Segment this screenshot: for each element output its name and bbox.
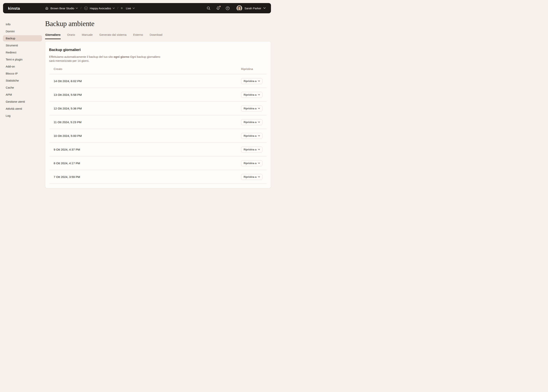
- sidebar-item[interactable]: Statistiche: [3, 77, 42, 84]
- restore-button[interactable]: Ripristina a: [241, 147, 262, 153]
- sidebar-item-label: Attività utenti: [6, 107, 22, 110]
- tab[interactable]: Generato dal sistema: [99, 33, 127, 39]
- backup-created-date: 13 Ott 2024, 5:58 PM: [54, 93, 82, 97]
- tab[interactable]: Esterno: [133, 33, 143, 39]
- chevron-down-icon: [133, 8, 135, 9]
- backup-created-date: 9 Ott 2024, 4:37 PM: [54, 148, 80, 151]
- sidebar-item-label: Temi e plugin: [6, 58, 22, 61]
- svg-text:?: ?: [227, 7, 228, 9]
- sidebar-item[interactable]: Temi e plugin: [3, 56, 42, 63]
- sidebar-item[interactable]: Domini: [3, 28, 42, 35]
- breadcrumb-company[interactable]: Brown Bear Studio: [50, 7, 78, 10]
- restore-button[interactable]: Ripristina a: [241, 174, 262, 180]
- notification-badge: [219, 6, 221, 7]
- description-bold: ogni giorno: [114, 55, 129, 58]
- tab[interactable]: Manuale: [82, 33, 93, 39]
- live-environment-dot: [121, 7, 123, 9]
- backup-created-date: 8 Ott 2024, 4:17 PM: [54, 161, 80, 165]
- sidebar-item[interactable]: Redirect: [3, 49, 42, 56]
- home-icon[interactable]: [45, 7, 49, 10]
- table-row: 8 Ott 2024, 4:17 PM Ripristina a: [50, 156, 267, 170]
- backup-created-date: 12 Ott 2024, 5:36 PM: [54, 107, 82, 110]
- bell-icon[interactable]: [216, 6, 220, 10]
- sidebar-item-label: Cache: [6, 86, 14, 89]
- restore-button[interactable]: Ripristina a: [241, 119, 262, 125]
- breadcrumb-site[interactable]: Happy Avocados: [90, 7, 115, 10]
- tab[interactable]: Download: [150, 33, 163, 39]
- breadcrumb: Brown Bear Studio / W Happy Avocados / L…: [45, 6, 135, 10]
- breadcrumb-separator: /: [80, 7, 81, 10]
- avatar[interactable]: [237, 5, 242, 11]
- environment-selector[interactable]: Live: [121, 7, 135, 10]
- svg-text:W: W: [85, 7, 87, 9]
- table-row: 13 Ott 2024, 5:58 PM Ripristina a: [50, 88, 267, 102]
- restore-button-label: Ripristina a: [244, 121, 257, 124]
- page-title: Backup ambiente: [45, 20, 271, 27]
- sidebar-item[interactable]: Info: [3, 21, 42, 27]
- environment-label: Live: [126, 7, 131, 10]
- sidebar-item[interactable]: Gestione utenti: [3, 98, 42, 105]
- restore-button[interactable]: Ripristina a: [241, 78, 262, 84]
- chevron-down-icon: [258, 135, 260, 136]
- search-icon[interactable]: [207, 6, 210, 10]
- restore-button[interactable]: Ripristina a: [241, 133, 262, 139]
- card-heading: Backup giornalieri: [49, 48, 267, 52]
- user-name[interactable]: Sarah Parker: [245, 7, 261, 10]
- breadcrumb-separator: /: [117, 7, 118, 10]
- breadcrumb-site-label: Happy Avocados: [90, 7, 111, 10]
- restore-button-label: Ripristina a: [244, 107, 257, 110]
- sidebar-item-label: Strumenti: [6, 44, 18, 47]
- table-body: 14 Ott 2024, 6:02 PM Ripristina a 13 Ott…: [50, 74, 267, 184]
- table-row: 11 Ott 2024, 5:23 PM Ripristina a: [50, 115, 267, 129]
- sidebar-item-label: Info: [6, 23, 10, 26]
- sidebar-item[interactable]: Attività utenti: [3, 105, 42, 112]
- card-description: Effettuiamo automaticamente il backup de…: [49, 55, 164, 63]
- sidebar-item[interactable]: APM: [3, 91, 42, 98]
- sidebar-item[interactable]: Add-on: [3, 63, 42, 70]
- restore-button-label: Ripristina a: [244, 148, 257, 151]
- sidebar-item[interactable]: Log: [3, 112, 42, 119]
- sidebar-item-label: Gestione utenti: [6, 100, 25, 103]
- chevron-down-icon: [258, 176, 260, 178]
- help-icon[interactable]: ?: [226, 6, 230, 10]
- main-content: Backup ambiente Giornaliero Orario Manua…: [45, 13, 271, 188]
- sidebar-item-label: Blocco IP: [6, 72, 18, 75]
- chevron-down-icon: [258, 94, 260, 95]
- table-row: 10 Ott 2024, 5:00 PM Ripristina a: [50, 129, 267, 143]
- sidebar-item[interactable]: Cache: [3, 84, 42, 91]
- sidebar-item-label: Log: [6, 114, 10, 117]
- table-row: 7 Ott 2024, 3:59 PM Ripristina a: [50, 170, 267, 184]
- restore-button[interactable]: Ripristina a: [241, 92, 262, 98]
- restore-button-label: Ripristina a: [244, 162, 257, 165]
- backup-created-date: 7 Ott 2024, 3:59 PM: [54, 175, 80, 179]
- sidebar: Info Domini Backup Strumenti Redirect Te…: [3, 21, 42, 119]
- backups-table: Creato Ripristina 14 Ott 2024, 6:02 PM R…: [50, 67, 267, 184]
- restore-button[interactable]: Ripristina a: [241, 160, 262, 166]
- sidebar-item-label: Add-on: [6, 65, 15, 68]
- chevron-down-icon: [258, 108, 260, 109]
- chevron-down-icon[interactable]: [263, 7, 266, 9]
- top-navbar: kinsta Brown Bear Studio / W Happy Avoca…: [3, 3, 271, 13]
- chevron-down-icon: [258, 80, 260, 82]
- backup-created-date: 11 Ott 2024, 5:23 PM: [54, 120, 81, 124]
- restore-button-label: Ripristina a: [244, 93, 257, 96]
- restore-button[interactable]: Ripristina a: [241, 105, 262, 112]
- kinsta-logo[interactable]: kinsta: [8, 6, 20, 10]
- wordpress-icon: W: [84, 6, 88, 10]
- backup-tabs: Giornaliero Orario Manuale Generato dal …: [45, 33, 271, 39]
- sidebar-item-label: Domini: [6, 30, 15, 33]
- sidebar-item-label: Backup: [6, 37, 15, 40]
- backup-created-date: 14 Ott 2024, 6:02 PM: [54, 79, 82, 83]
- tab[interactable]: Giornaliero: [45, 33, 61, 39]
- sidebar-item[interactable]: Blocco IP: [3, 70, 42, 77]
- restore-button-label: Ripristina a: [244, 80, 257, 83]
- tab[interactable]: Orario: [67, 33, 75, 39]
- sidebar-item-label: APM: [6, 93, 12, 96]
- column-header-creato: Creato: [54, 67, 62, 70]
- column-header-ripristina: Ripristina: [241, 67, 262, 70]
- table-row: 12 Ott 2024, 5:36 PM Ripristina a: [50, 102, 267, 115]
- sidebar-item[interactable]: Backup: [3, 35, 42, 42]
- backup-created-date: 10 Ott 2024, 5:00 PM: [54, 134, 82, 138]
- sidebar-item[interactable]: Strumenti: [3, 42, 42, 49]
- sidebar-item-label: Redirect: [6, 51, 16, 54]
